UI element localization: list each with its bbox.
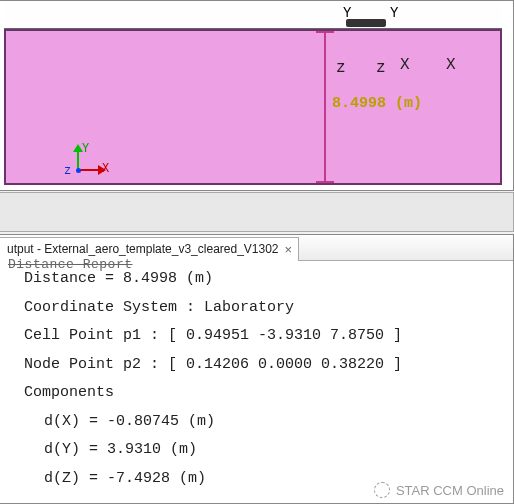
report-dy: d(Y) = 3.9310 (m) bbox=[4, 436, 514, 465]
distance-ruler[interactable] bbox=[324, 31, 326, 181]
3d-viewport[interactable]: Y Y z z X X 8.4998 (m) Y X z bbox=[0, 0, 514, 191]
watermark-text: STAR CCM Online bbox=[396, 483, 504, 498]
report-components: Components bbox=[4, 379, 514, 408]
scene-y-label-2: Y bbox=[390, 5, 398, 21]
scene-x-label-2: X bbox=[446, 56, 456, 74]
triad-z-axis bbox=[76, 168, 81, 173]
ruler-value: 8.4998 (m) bbox=[332, 95, 422, 112]
axis-triad[interactable]: Y X z bbox=[66, 146, 106, 186]
report-header: Distance Report bbox=[8, 253, 133, 278]
toolbar-strip bbox=[0, 192, 514, 232]
geometry-silhouette bbox=[346, 19, 386, 27]
triad-y-label: Y bbox=[82, 142, 89, 156]
scene-z-label-1: z bbox=[336, 59, 346, 77]
scene-z-label-2: z bbox=[376, 59, 386, 77]
report-p2: Node Point p2 : [ 0.14206 0.0000 0.38220… bbox=[4, 351, 514, 380]
report-coord-sys: Coordinate System : Laboratory bbox=[4, 294, 514, 323]
watermark: STAR CCM Online bbox=[374, 482, 504, 498]
ruler-cap-bottom bbox=[316, 181, 334, 183]
report-dx: d(X) = -0.80745 (m) bbox=[4, 408, 514, 437]
output-panel: utput - External_aero_template_v3_cleare… bbox=[0, 234, 514, 504]
close-icon[interactable]: × bbox=[285, 242, 293, 257]
triad-x-label: X bbox=[102, 162, 109, 176]
viewport-top-band: Y Y bbox=[4, 1, 502, 29]
scene-x-label-1: X bbox=[400, 56, 410, 74]
report-p1: Cell Point p1 : [ 0.94951 -3.9310 7.8750… bbox=[4, 322, 514, 351]
triad-x-axis bbox=[78, 169, 100, 171]
watermark-logo-icon bbox=[374, 482, 390, 498]
triad-z-label: z bbox=[64, 164, 71, 178]
distance-report: Distance Report Distance = 8.4998 (m) Co… bbox=[4, 265, 514, 493]
